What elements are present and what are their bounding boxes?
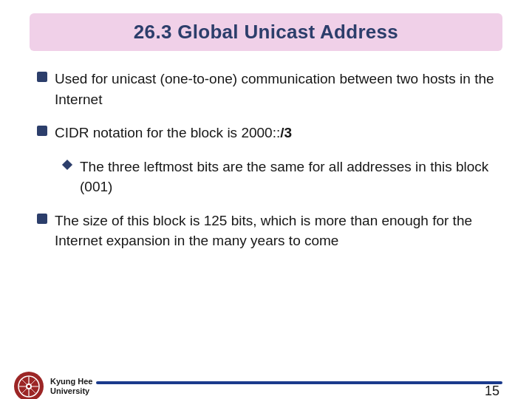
bullet-text-2: CIDR notation for the block is 2000::/3	[55, 123, 292, 143]
bullet-square-icon-3	[37, 214, 47, 224]
highlight-text: /3	[280, 125, 292, 140]
logo-line1: Kyung Hee	[50, 377, 92, 386]
bullet-square-icon	[37, 72, 47, 82]
sub-bullet-diamond-icon	[62, 160, 72, 170]
slide-title: 26.3 Global Unicast Address	[44, 21, 488, 44]
university-logo-icon	[13, 371, 44, 399]
logo-area: Kyung Hee University	[13, 371, 92, 399]
bottom-bar	[96, 381, 502, 384]
slide: 26.3 Global Unicast Address Used for uni…	[0, 13, 532, 399]
slide-content: Used for unicast (one-to-one) communicat…	[30, 69, 502, 251]
bullet-item-1: Used for unicast (one-to-one) communicat…	[37, 69, 495, 109]
svg-point-3	[27, 385, 30, 388]
sub-bullet-text-1: The three leftmost bits are the same for…	[80, 157, 495, 197]
title-bar: 26.3 Global Unicast Address	[30, 13, 502, 51]
sub-bullet-item-1: The three leftmost bits are the same for…	[64, 157, 495, 197]
page-number: 15	[485, 383, 499, 399]
bullet-item-2: CIDR notation for the block is 2000::/3	[37, 123, 495, 143]
bullet-item-3: The size of this block is 125 bits, whic…	[37, 211, 495, 251]
bullet-square-icon-2	[37, 126, 47, 136]
logo-text: Kyung Hee University	[50, 377, 92, 396]
logo-line2: University	[50, 386, 92, 396]
bullet-text-1: Used for unicast (one-to-one) communicat…	[55, 69, 495, 109]
bullet-text-3: The size of this block is 125 bits, whic…	[55, 211, 495, 251]
